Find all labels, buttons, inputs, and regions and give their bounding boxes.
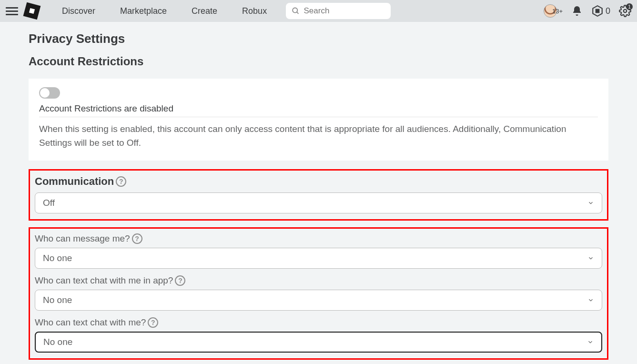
chevron-down-icon [587, 255, 594, 262]
restrictions-status: Account Restrictions are disabled [39, 103, 598, 114]
chevron-down-icon [587, 297, 594, 303]
content: Privacy Settings Account Restrictions Ac… [0, 22, 637, 364]
svg-rect-3 [596, 10, 599, 13]
communication-label: Communication ? [35, 175, 602, 188]
help-icon[interactable]: ? [116, 176, 126, 187]
settings-button[interactable]: 1 [619, 5, 631, 17]
nav-right: 13+ 0 1 [544, 4, 631, 18]
restrictions-description: When this setting is enabled, this accou… [39, 122, 598, 150]
nav-create[interactable]: Create [181, 6, 228, 16]
search-container [286, 3, 391, 19]
menu-icon[interactable] [6, 5, 18, 17]
page-title: Privacy Settings [29, 31, 608, 46]
who-can-section: Who can message me? ? No one Who can tex… [29, 227, 608, 360]
field-message-select[interactable]: No one [35, 248, 602, 269]
field-chat-label: Who can text chat with me? ? [35, 317, 602, 328]
help-icon[interactable]: ? [132, 233, 142, 244]
notifications-icon[interactable] [571, 5, 583, 17]
robux-count: 0 [606, 6, 610, 16]
field-chat-app-value: No one [43, 295, 72, 305]
robux-icon [591, 5, 604, 17]
restrictions-toggle[interactable] [39, 87, 60, 99]
robux-balance[interactable]: 0 [591, 5, 610, 17]
age-badge: 13+ [552, 8, 563, 15]
svg-line-1 [297, 12, 299, 14]
search-icon [292, 6, 300, 16]
field-chat-select[interactable]: No one [35, 332, 602, 353]
section-title-restrictions: Account Restrictions [29, 55, 608, 68]
chevron-down-icon [587, 339, 594, 345]
field-chat-value: No one [43, 337, 72, 347]
communication-select[interactable]: Off [35, 192, 602, 213]
divider [39, 117, 598, 117]
chevron-down-icon [587, 200, 594, 206]
field-message-label: Who can message me? ? [35, 233, 602, 244]
field-chat-app-select[interactable]: No one [35, 290, 602, 311]
search-input[interactable] [304, 6, 385, 16]
help-icon[interactable]: ? [148, 317, 158, 328]
gear-badge: 1 [626, 3, 633, 10]
restrictions-card: Account Restrictions are disabled When t… [29, 79, 608, 161]
svg-point-0 [293, 8, 297, 12]
communication-value: Off [43, 198, 55, 208]
top-navbar: Discover Marketplace Create Robux 13+ 0 … [0, 0, 637, 22]
help-icon[interactable]: ? [175, 275, 185, 286]
nav-robux[interactable]: Robux [232, 6, 277, 16]
nav-marketplace[interactable]: Marketplace [110, 6, 177, 16]
svg-point-4 [624, 10, 627, 13]
communication-section: Communication ? Off [29, 169, 608, 221]
roblox-logo[interactable] [23, 2, 41, 20]
field-chat-app-label: Who can text chat with me in app? ? [35, 275, 602, 286]
nav-discover[interactable]: Discover [51, 6, 106, 16]
field-message-value: No one [43, 253, 72, 263]
